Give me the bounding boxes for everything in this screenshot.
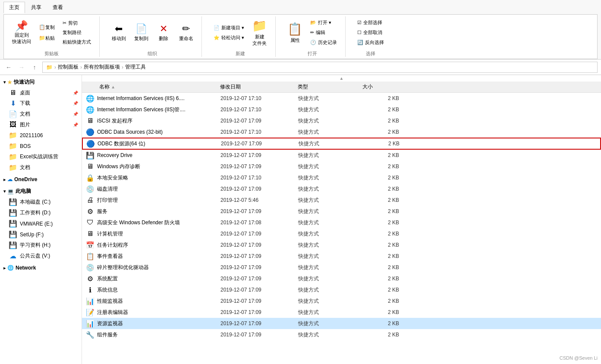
breadcrumb-part-2[interactable]: 所有控制面板项 xyxy=(84,63,120,71)
sidebar-item-documents[interactable]: 📄 文档 📌 xyxy=(0,109,82,119)
forward-button[interactable]: → xyxy=(16,62,27,72)
tab-share[interactable]: 共享 xyxy=(26,2,47,13)
sidebar: ▾ ★ 快速访问 🖥 桌面 📌 ⬇ 下载 📌 📄 文档 📌 🖼 图片 xyxy=(0,75,82,364)
table-row[interactable]: 🖥 iSCSI 发起程序 2019-12-07 17:09 快捷方式 2 KB xyxy=(82,115,601,126)
col-header-size[interactable]: 大小 xyxy=(362,83,406,91)
easy-access-button[interactable]: ⭐轻松访问 ▾ xyxy=(211,33,247,42)
file-size-cell: 2 KB xyxy=(363,242,406,248)
col-header-type[interactable]: 类型 xyxy=(298,83,362,91)
col-header-date[interactable]: 修改日期 xyxy=(220,83,298,91)
table-row[interactable]: 🔵 ODBC 数据源(64 位) 2019-12-07 17:09 快捷方式 2… xyxy=(82,138,601,150)
select-label: 选择 xyxy=(366,49,375,57)
invert-selection-button[interactable]: 🔄反向选择 xyxy=(354,38,387,47)
select-none-icon: ☐ xyxy=(357,30,362,35)
sidebar-item-cloud-v[interactable]: ☁ 公共云盘 (V:) xyxy=(0,251,82,261)
sidebar-item-work-d[interactable]: 💾 工作资料 (D:) xyxy=(0,207,82,218)
file-list: 🌐 Internet Information Services (IIS) 6.… xyxy=(82,93,601,340)
file-icon: 📋 xyxy=(86,252,94,260)
back-button[interactable]: ← xyxy=(3,62,14,72)
sidebar-item-local-c[interactable]: 💾 本地磁盘 (C:) xyxy=(0,197,82,207)
table-row[interactable]: 💾 Recovery Drive 2019-12-07 17:09 快捷方式 2… xyxy=(82,150,601,161)
file-size-cell: 2 KB xyxy=(363,276,406,282)
file-type-cell: 快捷方式 xyxy=(298,253,363,260)
breadcrumb-part-3[interactable]: 管理工具 xyxy=(125,63,146,71)
sidebar-item-excel[interactable]: 📁 Excel实战训练营 xyxy=(0,151,82,162)
tab-view[interactable]: 查看 xyxy=(47,2,68,13)
edit-button[interactable]: ✏编辑 xyxy=(307,28,340,37)
sidebar-item-pictures[interactable]: 🖼 图片 📌 xyxy=(0,119,82,130)
file-date-cell: 2019-12-07 17:10 xyxy=(220,107,298,113)
properties-button[interactable]: 📋 属性 xyxy=(284,20,305,46)
table-row[interactable]: 📅 任务计划程序 2019-12-07 17:09 快捷方式 2 KB xyxy=(82,239,601,251)
table-row[interactable]: 📝 注册表编辑器 2019-12-07 17:09 快捷方式 2 KB xyxy=(82,307,601,318)
table-row[interactable]: ℹ 系统信息 2019-12-07 17:09 快捷方式 2 KB xyxy=(82,284,601,295)
onedrive-icon: ☁ xyxy=(7,176,13,182)
select-all-button[interactable]: ☑全部选择 xyxy=(354,18,387,27)
table-row[interactable]: 💿 碎片整理和优化驱动器 2019-12-07 17:09 快捷方式 2 KB xyxy=(82,262,601,273)
table-row[interactable]: 📋 事件查看器 2019-12-07 17:09 快捷方式 2 KB xyxy=(82,251,601,262)
table-row[interactable]: 🖥 Windows 内存诊断 2019-12-07 17:09 快捷方式 2 K… xyxy=(82,161,601,172)
table-row[interactable]: 🌐 Internet Information Services (IIS)管..… xyxy=(82,104,601,115)
pin-button[interactable]: 📌 固定到快速访问 xyxy=(9,19,34,47)
file-type-cell: 快捷方式 xyxy=(298,106,363,113)
file-name-text: Internet Information Services (IIS) 6...… xyxy=(97,95,185,101)
sidebar-item-bos[interactable]: 📁 BOS xyxy=(0,141,82,151)
file-name-cell: ℹ 系统信息 xyxy=(82,286,220,294)
ribbon-group-organize: ⬅ 移动到 📄 复制到 ✕ 删除 ✏ 重命名 组织 xyxy=(107,16,202,57)
address-bar: ← → ↑ 📁 › 控制面板 › 所有控制面板项 › 管理工具 xyxy=(0,60,601,75)
sidebar-this-pc-header[interactable]: ▾ 💻 此电脑 xyxy=(0,186,82,197)
cut-button[interactable]: ✂剪切 xyxy=(60,19,94,28)
table-row[interactable]: 🔧 组件服务 2019-12-07 17:09 快捷方式 2 KB xyxy=(82,329,601,340)
folder-20211106-icon: 📁 xyxy=(9,131,17,139)
new-item-button[interactable]: 📄新建项目 ▾ xyxy=(211,23,247,32)
sidebar-item-desktop[interactable]: 🖥 桌面 📌 xyxy=(0,88,82,98)
history-button[interactable]: 🕐历史记录 xyxy=(307,38,340,47)
paste-icon: 📁 xyxy=(39,35,45,41)
copy-button[interactable]: 📋 复制 xyxy=(36,22,58,32)
table-row[interactable]: 🌐 Internet Information Services (IIS) 6.… xyxy=(82,93,601,104)
cloud-v-icon: ☁ xyxy=(9,252,17,260)
sidebar-item-20211106[interactable]: 📁 20211106 xyxy=(0,130,82,141)
sidebar-item-documents2[interactable]: 📁 文档 xyxy=(0,162,82,173)
table-row[interactable]: ⚙ 系统配置 2019-12-07 17:09 快捷方式 2 KB xyxy=(82,273,601,284)
breadcrumb-part-1[interactable]: 控制面板 xyxy=(58,63,79,71)
paste-button[interactable]: 📁 粘贴 xyxy=(36,33,58,43)
file-date-cell: 2019-12-07 17:09 xyxy=(220,186,298,192)
sidebar-item-study-h[interactable]: 💾 学习资料 (H:) xyxy=(0,240,82,251)
new-folder-button[interactable]: 📁 新建文件夹 xyxy=(249,16,270,49)
edit-icon: ✏ xyxy=(310,30,314,35)
paste-shortcut-button[interactable]: 粘贴快捷方式 xyxy=(60,38,94,47)
table-row[interactable]: 📊 性能监视器 2019-12-07 17:09 快捷方式 2 KB xyxy=(82,295,601,307)
move-to-button[interactable]: ⬅ 移动到 xyxy=(108,21,129,44)
sidebar-quick-access-header[interactable]: ▾ ★ 快速访问 xyxy=(0,77,82,88)
table-row[interactable]: 🛡 高级安全 Windows Defender 防火墙 2019-12-07 1… xyxy=(82,217,601,228)
sidebar-item-vmware-e[interactable]: 💾 VMWARE (E:) xyxy=(0,218,82,229)
delete-button[interactable]: ✕ 删除 xyxy=(153,21,174,44)
rename-button[interactable]: ✏ 重命名 xyxy=(176,21,196,44)
sidebar-onedrive-header[interactable]: ▸ ☁ OneDrive xyxy=(0,175,82,184)
tab-home[interactable]: 主页 xyxy=(3,2,25,13)
up-button[interactable]: ↑ xyxy=(29,62,40,72)
select-all-icon: ☑ xyxy=(357,20,362,25)
file-name-text: 系统信息 xyxy=(97,286,118,294)
table-row[interactable]: 🖥 计算机管理 2019-12-07 17:09 快捷方式 2 KB xyxy=(82,228,601,239)
copy-path-button[interactable]: 复制路径 xyxy=(60,28,94,37)
file-icon: 🖨 xyxy=(86,196,94,204)
column-headers: 名称 ▲ 修改日期 类型 大小 xyxy=(82,82,601,93)
table-row[interactable]: 🖨 打印管理 2019-12-07 5:46 快捷方式 2 KB xyxy=(82,195,601,206)
table-row[interactable]: 💿 磁盘清理 2019-12-07 17:09 快捷方式 2 KB xyxy=(82,183,601,195)
copy-to-button[interactable]: 📄 复制到 xyxy=(131,21,151,44)
table-row[interactable]: 📊 资源监视器 2019-12-07 17:09 快捷方式 2 KB xyxy=(82,318,601,329)
sidebar-network-header[interactable]: ▸ 🌐 Network xyxy=(0,263,82,273)
sidebar-item-setup-f[interactable]: 💾 SetUp (F:) xyxy=(0,229,82,240)
table-row[interactable]: 🔒 本地安全策略 2019-12-07 17:10 快捷方式 2 KB xyxy=(82,172,601,183)
open-button[interactable]: 📂打开 ▾ xyxy=(307,18,340,27)
select-none-button[interactable]: ☐全部取消 xyxy=(354,28,387,37)
table-row[interactable]: ⚙ 服务 2019-12-07 17:09 快捷方式 2 KB xyxy=(82,206,601,217)
sidebar-item-downloads[interactable]: ⬇ 下载 📌 xyxy=(0,98,82,109)
col-header-name[interactable]: 名称 ▲ xyxy=(82,83,220,91)
onedrive-chevron: ▸ xyxy=(3,177,6,182)
sidebar-section-this-pc: ▾ 💻 此电脑 💾 本地磁盘 (C:) 💾 工作资料 (D:) 💾 VMWARE… xyxy=(0,186,82,261)
file-icon: 🔵 xyxy=(86,128,94,136)
table-row[interactable]: 🔵 ODBC Data Sources (32-bit) 2019-12-07 … xyxy=(82,126,601,138)
